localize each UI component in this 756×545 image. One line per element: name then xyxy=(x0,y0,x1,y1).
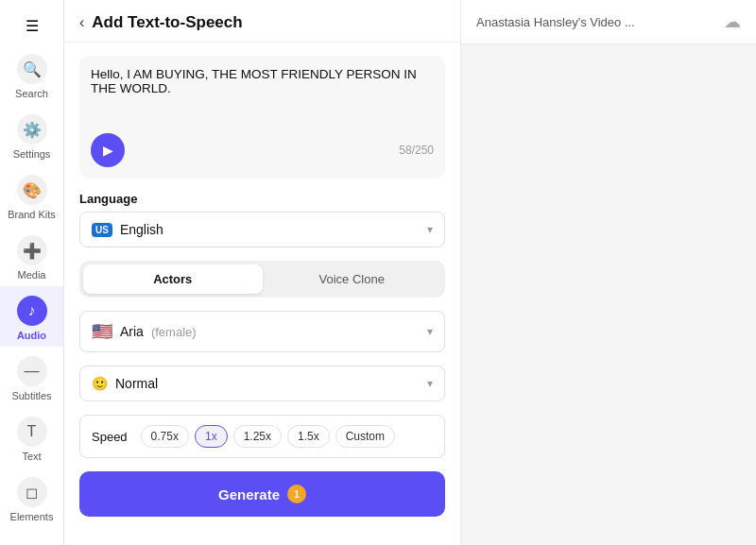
sidebar-item-subtitles[interactable]: — Subtitles xyxy=(0,347,63,407)
speed-options: 0.75x 1x 1.25x 1.5x Custom xyxy=(141,425,395,448)
generate-badge: 1 xyxy=(287,485,306,503)
speed-custom[interactable]: Custom xyxy=(335,425,395,448)
sidebar-item-text[interactable]: T Text xyxy=(0,407,63,468)
tts-panel: ‹ Add Text-to-Speech ▶ 58/250 Language U… xyxy=(64,0,461,545)
text-box-footer: ▶ 58/250 xyxy=(91,133,434,167)
sidebar-label-brand-kits: Brand Kits xyxy=(8,209,56,220)
mood-emoji: 🙂 xyxy=(92,376,108,391)
tab-voice-clone[interactable]: Voice Clone xyxy=(263,264,442,294)
sidebar-label-text: Text xyxy=(22,451,41,462)
language-name: English xyxy=(120,222,163,237)
search-icon: 🔍 xyxy=(17,54,47,84)
canvas-content xyxy=(461,44,756,545)
settings-icon: ⚙️ xyxy=(17,114,47,145)
language-section: Language US English ▾ xyxy=(79,192,445,247)
canvas-area: Anastasia Hansley's Video ... ☁ xyxy=(461,0,756,545)
mood-name: Normal xyxy=(115,376,158,391)
char-count: 58/250 xyxy=(399,144,434,157)
generate-label: Generate xyxy=(218,486,280,502)
generate-button[interactable]: Generate 1 xyxy=(79,471,445,517)
sidebar-label-search: Search xyxy=(15,88,48,99)
text-box: ▶ 58/250 xyxy=(79,56,445,179)
sidebar-label-subtitles: Subtitles xyxy=(11,390,51,401)
play-button[interactable]: ▶ xyxy=(91,133,125,167)
speed-1.25x[interactable]: 1.25x xyxy=(233,425,282,448)
sidebar-item-search[interactable]: 🔍 Search xyxy=(0,44,63,105)
mood-chevron-icon: ▾ xyxy=(427,377,433,390)
speed-0.75x[interactable]: 0.75x xyxy=(141,425,189,448)
speed-row: Speed 0.75x 1x 1.25x 1.5x Custom xyxy=(79,415,445,458)
tts-textarea[interactable] xyxy=(91,67,434,124)
sidebar-label-elements: Elements xyxy=(10,511,54,522)
media-icon: ➕ xyxy=(17,235,47,265)
text-icon: T xyxy=(17,417,47,447)
speed-label: Speed xyxy=(92,430,128,444)
cloud-save-icon[interactable]: ☁ xyxy=(724,11,741,32)
sidebar-item-audio[interactable]: ♪ Audio xyxy=(0,286,63,347)
panel-header: ‹ Add Text-to-Speech xyxy=(64,0,460,43)
language-section-label: Language xyxy=(79,192,445,206)
actor-chevron-icon: ▾ xyxy=(427,325,433,338)
subtitles-icon: — xyxy=(17,356,47,386)
canvas-topbar: Anastasia Hansley's Video ... ☁ xyxy=(461,0,756,44)
brand-kits-icon: 🎨 xyxy=(17,175,47,205)
speed-1x[interactable]: 1x xyxy=(195,425,228,448)
sidebar-label-media: Media xyxy=(18,269,46,281)
elements-icon: ◻ xyxy=(17,477,47,507)
hamburger-button[interactable]: ☰ xyxy=(0,8,63,44)
sidebar: ☰ 🔍 Search ⚙️ Settings 🎨 Brand Kits ➕ Me… xyxy=(0,0,64,545)
actor-name: Aria xyxy=(120,324,144,339)
hamburger-icon: ☰ xyxy=(26,17,39,35)
panel-title: Add Text-to-Speech xyxy=(92,13,242,32)
actor-gender: (female) xyxy=(151,325,197,339)
actor-dropdown[interactable]: 🇺🇸 Aria (female) ▾ xyxy=(79,311,445,352)
actor-tab-group: Actors Voice Clone xyxy=(79,261,445,298)
canvas-title: Anastasia Hansley's Video ... xyxy=(476,15,635,29)
audio-icon: ♪ xyxy=(17,296,47,326)
language-chevron-icon: ▾ xyxy=(427,223,433,236)
back-icon: ‹ xyxy=(79,14,84,31)
back-button[interactable]: ‹ xyxy=(79,14,84,31)
sidebar-label-settings: Settings xyxy=(13,148,51,160)
sidebar-item-elements[interactable]: ◻ Elements xyxy=(0,468,63,528)
mood-dropdown[interactable]: 🙂 Normal ▾ xyxy=(79,366,445,401)
actor-dropdown-left: 🇺🇸 Aria (female) xyxy=(92,321,197,342)
actor-flag-emoji: 🇺🇸 xyxy=(92,321,112,342)
mood-dropdown-left: 🙂 Normal xyxy=(92,376,158,391)
sidebar-label-audio: Audio xyxy=(17,330,46,341)
speed-1.5x[interactable]: 1.5x xyxy=(287,425,330,448)
sidebar-item-settings[interactable]: ⚙️ Settings xyxy=(0,105,63,165)
language-dropdown[interactable]: US English ▾ xyxy=(79,212,445,247)
sidebar-item-brand-kits[interactable]: 🎨 Brand Kits xyxy=(0,165,63,226)
us-flag-badge: US xyxy=(92,223,112,237)
tab-actors[interactable]: Actors xyxy=(83,264,263,294)
sidebar-item-media[interactable]: ➕ Media xyxy=(0,226,63,286)
language-dropdown-left: US English xyxy=(92,222,163,237)
panel-content: ▶ 58/250 Language US English ▾ Actors Vo… xyxy=(64,43,460,530)
